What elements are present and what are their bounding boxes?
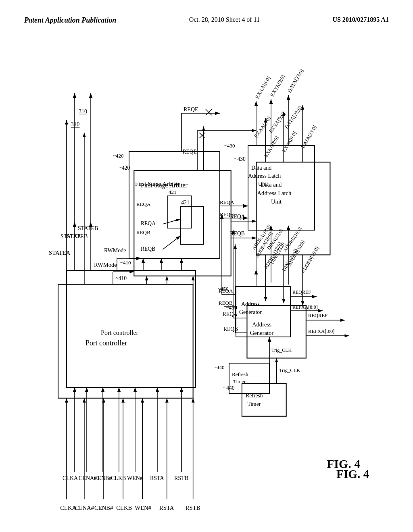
- svg-text:ADDRA[18:0]: ADDRA[18:0]: [263, 241, 283, 270]
- svg-rect-112: [256, 162, 330, 255]
- header-publication-type: Patent Application Publication: [24, 16, 116, 25]
- svg-text:REQE: REQE: [183, 149, 197, 155]
- svg-rect-100: [180, 206, 204, 244]
- svg-text:REQB: REQB: [230, 231, 245, 237]
- svg-text:RSTB: RSTB: [186, 505, 200, 511]
- svg-text:~440: ~440: [223, 385, 235, 391]
- svg-text:STATEB: STATEB: [67, 233, 88, 239]
- patent-page: Patent Application Publication Oct. 28, …: [0, 0, 413, 532]
- svg-text:Unit: Unit: [271, 198, 282, 205]
- svg-text:CLKB: CLKB: [116, 505, 132, 511]
- svg-text:CENB#: CENB#: [94, 505, 113, 511]
- diagram-area: Port controller First Stage Arbiter REQA…: [0, 33, 413, 516]
- svg-text:ADDRB[10:0]: ADDRB[10:0]: [300, 245, 320, 274]
- svg-text:CLKA: CLKA: [60, 505, 76, 511]
- header-date-sheet: Oct. 28, 2010 Sheet 4 of 11: [189, 16, 260, 23]
- svg-text:Trig_CLK: Trig_CLK: [279, 368, 300, 373]
- svg-text:Port controller: Port controller: [86, 339, 127, 347]
- svg-text:421: 421: [181, 200, 189, 206]
- svg-text:~450: ~450: [226, 305, 237, 311]
- svg-text:~420: ~420: [119, 165, 130, 171]
- svg-text:REQB: REQB: [223, 326, 238, 332]
- svg-text:Timer: Timer: [248, 401, 261, 407]
- svg-text:CENA#: CENA#: [75, 505, 94, 511]
- svg-text:WEN#: WEN#: [135, 505, 151, 511]
- svg-text:Address: Address: [252, 321, 271, 328]
- svg-text:Generator: Generator: [250, 330, 274, 336]
- svg-text:310: 310: [71, 121, 79, 128]
- svg-line-105: [163, 236, 180, 249]
- svg-text:RSTA: RSTA: [159, 505, 174, 511]
- page-header: Patent Application Publication Oct. 28, …: [0, 0, 413, 33]
- svg-text:REQREF: REQREF: [308, 313, 327, 318]
- svg-text:~430: ~430: [234, 156, 246, 162]
- svg-text:FIG. 4: FIG. 4: [336, 468, 369, 480]
- svg-text:~410: ~410: [115, 275, 127, 281]
- svg-text:STATEA: STATEA: [49, 249, 71, 256]
- svg-rect-119: [242, 383, 286, 416]
- svg-text:REQA: REQA: [141, 220, 156, 227]
- svg-text:First Stage Arbiter: First Stage Arbiter: [141, 182, 188, 189]
- svg-text:Address Latch: Address Latch: [257, 190, 292, 196]
- svg-text:Data and: Data and: [261, 181, 282, 188]
- header-patent-number: US 2010/0271895 A1: [332, 16, 389, 23]
- svg-text:REFXA[8:0]: REFXA[8:0]: [308, 328, 334, 334]
- svg-text:RWMode: RWMode: [94, 262, 117, 268]
- svg-text:Refresh: Refresh: [246, 393, 263, 399]
- svg-line-104: [163, 219, 180, 224]
- svg-text:REQB: REQB: [141, 246, 155, 252]
- svg-text:REQA: REQA: [230, 214, 245, 220]
